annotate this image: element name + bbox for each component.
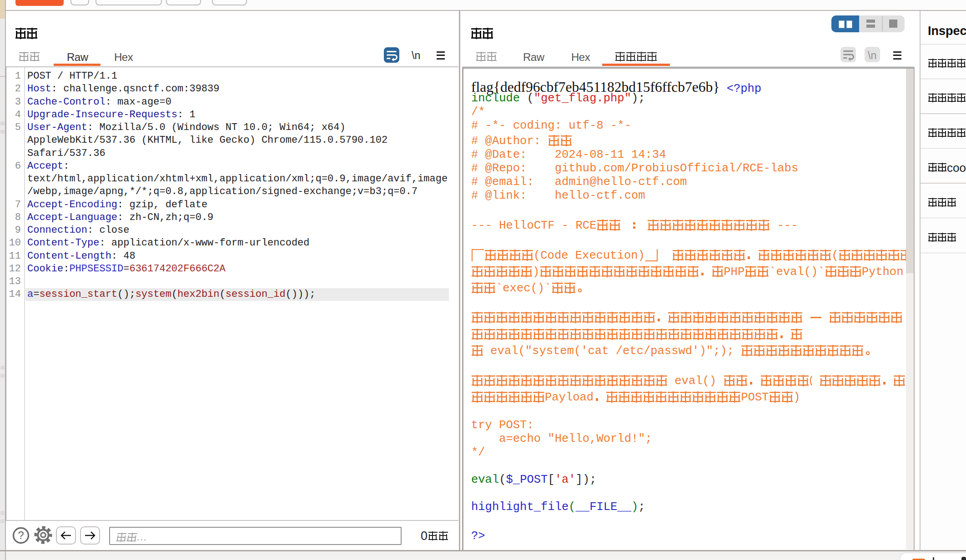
- svg-text:?: ?: [18, 529, 24, 541]
